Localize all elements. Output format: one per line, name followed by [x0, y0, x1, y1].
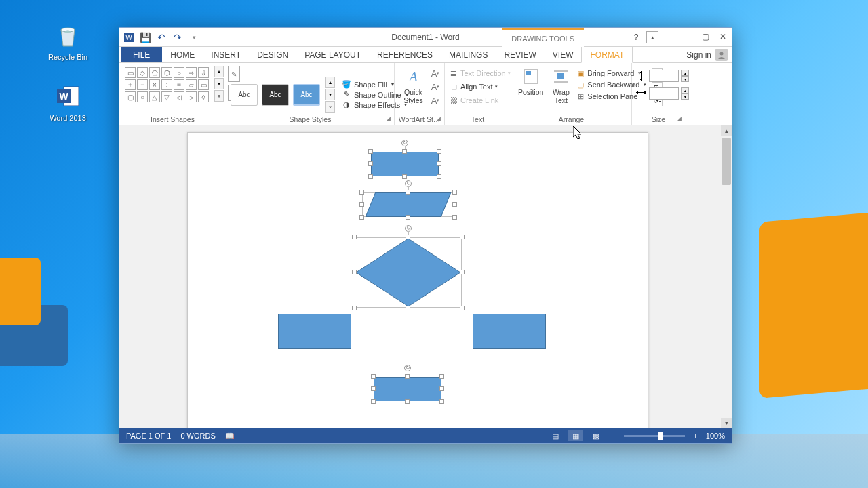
style-swatch-white[interactable]: Abc — [231, 84, 258, 106]
svg-rect-9 — [557, 73, 564, 79]
tab-home[interactable]: HOME — [162, 47, 203, 62]
flowchart-process-shape[interactable] — [278, 314, 351, 349]
zoom-level[interactable]: 100% — [706, 432, 725, 440]
read-mode-icon[interactable]: ▤ — [548, 430, 563, 441]
scroll-down-icon[interactable]: ▾ — [721, 418, 732, 428]
flowchart-process-shape[interactable] — [374, 377, 441, 401]
page-status[interactable]: PAGE 1 OF 1 — [126, 432, 171, 440]
group-size: ⭥ ▴▾ ⭤ ▴▾ Size ◢ — [632, 63, 685, 125]
avatar-icon — [715, 49, 728, 61]
tab-file[interactable]: FILE — [121, 47, 162, 62]
desktop-icon-label: Word 2013 — [50, 114, 86, 122]
style-swatch-blue[interactable]: Abc — [293, 84, 320, 106]
height-down-icon[interactable]: ▾ — [681, 76, 689, 82]
tab-references[interactable]: REFERENCES — [369, 47, 441, 62]
titlebar: W 💾 ↶ ↷ ▾ Document1 - Word DRAWING TOOLS… — [119, 28, 732, 47]
group-shape-styles: Abc Abc Abc ▴ ▾ ▿ 🪣Shape Fill▾ ✎Shape Ou… — [226, 63, 395, 125]
ribbon-tabs: FILE HOME INSERT DESIGN PAGE LAYOUT REFE… — [119, 47, 732, 63]
close-button[interactable]: ✕ — [714, 28, 732, 45]
minimize-button[interactable]: ─ — [679, 28, 696, 45]
svg-point-6 — [720, 52, 724, 56]
group-wordart-styles: A Quick Styles A▾ A▾ A▾ WordArt St… ◢ — [395, 63, 445, 125]
word-window: W 💾 ↶ ↷ ▾ Document1 - Word DRAWING TOOLS… — [119, 27, 732, 444]
width-input[interactable] — [649, 87, 679, 100]
group-label: Insert Shapes — [119, 115, 226, 123]
group-text: 𝌆Text Direction▾ ⊟Align Text▾ ⛓Create Li… — [445, 63, 511, 125]
text-direction-icon: 𝌆 — [449, 68, 458, 78]
flowchart-process-shape[interactable] — [371, 152, 439, 176]
align-text-icon: ⊟ — [449, 82, 458, 92]
group-insert-shapes: ▭◇⬠⬡○⇨⇩ ＋－×÷＝▱▭ ▢○△▽◁▷◊ ▴ ▾ ▿ ✎ A Insert… — [119, 63, 226, 125]
dialog-launcher-icon[interactable]: ◢ — [384, 115, 392, 123]
dialog-launcher-icon[interactable]: ◢ — [434, 115, 442, 123]
gallery-up-icon[interactable]: ▴ — [214, 66, 224, 77]
tab-design[interactable]: DESIGN — [249, 47, 296, 62]
tab-page-layout[interactable]: PAGE LAYOUT — [296, 47, 369, 62]
maximize-button[interactable]: ▢ — [696, 28, 714, 45]
dialog-launcher-icon[interactable]: ◢ — [675, 115, 683, 123]
bring-forward-icon: ▣ — [576, 68, 585, 78]
width-up-icon[interactable]: ▴ — [681, 87, 689, 94]
svg-text:W: W — [59, 91, 68, 102]
window-title: Document1 - Word — [391, 33, 459, 42]
text-outline-icon[interactable]: A▾ — [431, 82, 440, 92]
zoom-thumb[interactable] — [658, 432, 663, 440]
svg-marker-12 — [356, 239, 460, 306]
undo-icon[interactable]: ↶ — [156, 32, 167, 43]
tab-format[interactable]: FORMAT — [581, 47, 633, 63]
group-label: Text — [445, 115, 511, 123]
vertical-scrollbar[interactable]: ▴ ▾ — [721, 125, 732, 428]
bucket-icon: 🪣 — [342, 81, 351, 89]
tab-insert[interactable]: INSERT — [203, 47, 249, 62]
document-page[interactable] — [187, 132, 648, 428]
desktop-icon-recycle-bin[interactable]: Recycle Bin — [41, 20, 95, 61]
help-icon[interactable]: ? — [630, 31, 642, 43]
width-down-icon[interactable]: ▾ — [681, 94, 689, 100]
desktop-icon-word[interactable]: W Word 2013 — [41, 81, 95, 122]
tab-mailings[interactable]: MAILINGS — [441, 47, 496, 62]
style-swatch-black[interactable]: Abc — [262, 84, 289, 106]
selection-pane-icon: ⊞ — [576, 92, 585, 101]
group-label: Shape Styles — [226, 115, 394, 123]
scroll-up-icon[interactable]: ▴ — [721, 125, 732, 136]
word-app-icon[interactable]: W — [123, 32, 134, 43]
height-icon: ⭥ — [636, 70, 647, 81]
tab-view[interactable]: VIEW — [545, 47, 582, 62]
height-up-icon[interactable]: ▴ — [681, 70, 689, 76]
height-input[interactable] — [649, 70, 679, 82]
sign-in-label: Sign in — [686, 50, 711, 60]
proofing-icon[interactable]: 📖 — [225, 432, 235, 441]
zoom-out-button[interactable]: − — [609, 432, 618, 440]
qat-customize-icon[interactable]: ▾ — [189, 32, 199, 43]
web-layout-icon[interactable]: ▩ — [589, 430, 604, 441]
zoom-slider[interactable] — [624, 435, 685, 437]
flowchart-decision-shape[interactable] — [355, 237, 462, 308]
svg-rect-8 — [526, 71, 531, 75]
styles-down-icon[interactable]: ▾ — [326, 89, 335, 100]
create-link-button: ⛓Create Link — [449, 96, 511, 105]
tab-review[interactable]: REVIEW — [496, 47, 544, 62]
save-icon[interactable]: 💾 — [140, 32, 151, 43]
redo-icon[interactable]: ↷ — [172, 32, 183, 43]
document-area[interactable]: ▴ ▾ — [119, 125, 732, 428]
ribbon-display-icon[interactable]: ▴ — [646, 31, 658, 43]
recycle-bin-icon — [53, 20, 83, 50]
wrap-text-icon — [551, 66, 570, 87]
gallery-more-icon[interactable]: ▿ — [214, 90, 224, 102]
flowchart-process-shape[interactable] — [473, 314, 546, 349]
styles-more-icon[interactable]: ▿ — [326, 101, 335, 113]
text-fill-icon[interactable]: A▾ — [431, 68, 440, 78]
scroll-thumb[interactable] — [722, 138, 731, 185]
sign-in-link[interactable]: Sign in — [686, 47, 728, 63]
gallery-down-icon[interactable]: ▾ — [214, 78, 224, 89]
align-text-button[interactable]: ⊟Align Text▾ — [449, 82, 511, 92]
styles-up-icon[interactable]: ▴ — [326, 77, 335, 88]
text-effects-icon[interactable]: A▾ — [431, 96, 440, 105]
effects-icon: ◑ — [342, 101, 351, 109]
position-icon — [521, 66, 540, 87]
wordart-icon: A — [404, 66, 423, 87]
flowchart-data-shape[interactable] — [362, 192, 454, 217]
word-count[interactable]: 0 WORDS — [180, 432, 215, 440]
print-layout-icon[interactable]: ▦ — [568, 430, 583, 441]
zoom-in-button[interactable]: + — [690, 432, 700, 440]
